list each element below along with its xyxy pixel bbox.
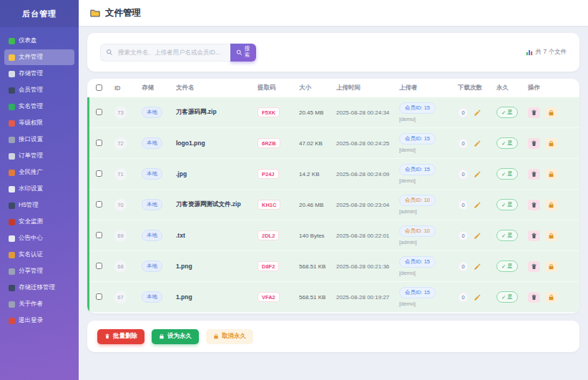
- edit-downloads-icon[interactable]: [474, 232, 481, 240]
- sidebar-item-share[interactable]: 分享管理: [4, 263, 74, 279]
- lock-file-button[interactable]: [545, 138, 557, 149]
- download-count-badge: 0: [458, 200, 469, 210]
- edit-downloads-icon[interactable]: [474, 170, 481, 178]
- file-size: 20.45 MB: [299, 109, 336, 116]
- edit-downloads-icon[interactable]: [474, 293, 481, 301]
- table-body: 73 本地 刀客源码网.zip F5XK 20.45 MB 2025-08-28…: [87, 97, 579, 313]
- extract-code-badge: 6RZB: [258, 138, 280, 148]
- permanent-badge[interactable]: ✓是: [496, 137, 518, 149]
- permanent-badge[interactable]: ✓是: [496, 291, 518, 303]
- search-button-label: 搜索: [244, 46, 250, 58]
- extract-code-badge: KH1C: [258, 200, 280, 210]
- sidebar-item-members[interactable]: 会员管理: [4, 82, 74, 98]
- search-icon: [106, 49, 113, 56]
- sidebar-item-idcard[interactable]: 实名认证: [4, 247, 74, 263]
- sidebar: 后台管理 仪表盘 文件管理 存储管理 会员管理 实名管理 等级权限 接口设置 订…: [0, 0, 79, 380]
- file-name: .jpg: [176, 170, 258, 177]
- content: 搜索 共 7 个文件 ID存储文件名提取码大小上传时间上传者下载次数永久操作 7…: [79, 26, 588, 380]
- uploader-badge[interactable]: 会员ID: 15: [399, 164, 436, 175]
- lock-file-button[interactable]: [545, 169, 557, 180]
- uploader-username: [admin]: [399, 208, 417, 215]
- table-row: 73 本地 刀客源码网.zip F5XK 20.45 MB 2025-08-28…: [89, 97, 579, 128]
- delete-file-button[interactable]: [528, 292, 540, 303]
- row-checkbox[interactable]: [96, 109, 102, 115]
- file-size: 47.02 KB: [299, 140, 336, 147]
- check-icon: ✓: [501, 202, 506, 208]
- sidebar-item-security[interactable]: 安全监测: [4, 214, 74, 230]
- sidebar-item-author[interactable]: 关于作者: [4, 296, 74, 312]
- column-header: 大小: [299, 84, 336, 92]
- uploader-badge[interactable]: 会员ID: 15: [399, 256, 436, 268]
- edit-downloads-icon[interactable]: [474, 140, 481, 147]
- members-icon: [9, 87, 15, 94]
- file-name: 1.png: [176, 293, 258, 301]
- uploader-badge[interactable]: 会员ID: 15: [399, 133, 436, 145]
- column-header: 上传时间: [336, 84, 399, 92]
- delete-file-button[interactable]: [528, 169, 540, 180]
- permanent-badge[interactable]: ✓是: [496, 168, 518, 180]
- sidebar-item-label: 退出登录: [19, 316, 43, 325]
- row-checkbox[interactable]: [96, 232, 102, 238]
- uploader-username: [demo]: [399, 147, 416, 153]
- search-button[interactable]: 搜索: [230, 44, 256, 62]
- row-checkbox[interactable]: [96, 140, 102, 146]
- lock-file-button[interactable]: [545, 107, 557, 118]
- uploader-badge[interactable]: 会员ID: 15: [399, 102, 436, 114]
- file-name: .txt: [176, 232, 258, 239]
- delete-file-button[interactable]: [528, 138, 540, 149]
- lock-icon: [159, 333, 165, 339]
- delete-file-button[interactable]: [528, 261, 540, 272]
- sidebar-item-orders[interactable]: 订单管理: [4, 148, 74, 164]
- sidebar-item-realname[interactable]: 实名管理: [4, 99, 74, 115]
- edit-downloads-icon[interactable]: [474, 263, 481, 271]
- lock-file-button[interactable]: [545, 292, 557, 303]
- sidebar-item-promotion[interactable]: 全民推广: [4, 165, 74, 180]
- column-header: 下载次数: [458, 84, 496, 92]
- select-all-checkbox[interactable]: [96, 84, 102, 91]
- batch-delete-button[interactable]: 批量删除: [97, 329, 144, 344]
- permanent-badge[interactable]: ✓是: [496, 107, 518, 118]
- file-size: 568.51 KB: [299, 294, 336, 301]
- sidebar-item-label: 实名管理: [19, 102, 43, 111]
- permanent-badge[interactable]: ✓是: [496, 199, 518, 210]
- delete-file-button[interactable]: [528, 200, 540, 210]
- uploader-badge[interactable]: 会员ID: 10: [399, 225, 436, 237]
- permanent-badge[interactable]: ✓是: [496, 230, 518, 241]
- row-checkbox[interactable]: [96, 293, 102, 300]
- row-checkbox[interactable]: [96, 263, 102, 269]
- sidebar-item-h5[interactable]: H5管理: [4, 198, 74, 213]
- sidebar-item-dashboard[interactable]: 仪表盘: [4, 33, 74, 49]
- uploader-badge[interactable]: 会员ID: 10: [399, 195, 436, 206]
- sidebar-item-folder[interactable]: 文件管理: [4, 49, 74, 65]
- sidebar-item-api[interactable]: 接口设置: [4, 132, 74, 147]
- sidebar-item-logout[interactable]: 退出登录: [4, 313, 74, 328]
- delete-file-button[interactable]: [528, 107, 540, 118]
- storage-badge: 本地: [142, 291, 162, 303]
- uploader-username: [demo]: [399, 270, 416, 276]
- main-area: 文件管理 搜索 共 7 个文件: [79, 0, 588, 380]
- logout-icon: [9, 318, 15, 324]
- search-input[interactable]: [100, 44, 230, 62]
- lock-file-button[interactable]: [545, 261, 557, 272]
- sidebar-item-migration[interactable]: 存储迁移管理: [4, 280, 74, 296]
- sidebar-item-storage[interactable]: 存储管理: [4, 66, 74, 82]
- sidebar-item-label: 公告中心: [19, 234, 43, 243]
- extract-code-badge: 2DL2: [258, 230, 279, 240]
- permanent-badge[interactable]: ✓是: [496, 260, 518, 272]
- delete-file-button[interactable]: [528, 230, 540, 241]
- chart-icon: [526, 49, 533, 56]
- lock-file-button[interactable]: [545, 200, 557, 210]
- sidebar-item-level[interactable]: 等级权限: [4, 115, 74, 131]
- row-checkbox[interactable]: [96, 170, 102, 177]
- sidebar-item-notice[interactable]: 公告中心: [4, 230, 74, 246]
- file-size: 140 Bytes: [299, 233, 336, 239]
- edit-downloads-icon[interactable]: [474, 201, 481, 209]
- cancel-permanent-button[interactable]: 取消永久: [206, 329, 253, 344]
- edit-downloads-icon[interactable]: [474, 109, 481, 117]
- lock-file-button[interactable]: [545, 230, 557, 241]
- sidebar-item-watermark[interactable]: 水印设置: [4, 181, 74, 197]
- set-permanent-button[interactable]: 设为永久: [152, 329, 199, 344]
- promotion-icon: [9, 170, 15, 176]
- row-checkbox[interactable]: [96, 201, 102, 208]
- uploader-badge[interactable]: 会员ID: 15: [399, 287, 436, 298]
